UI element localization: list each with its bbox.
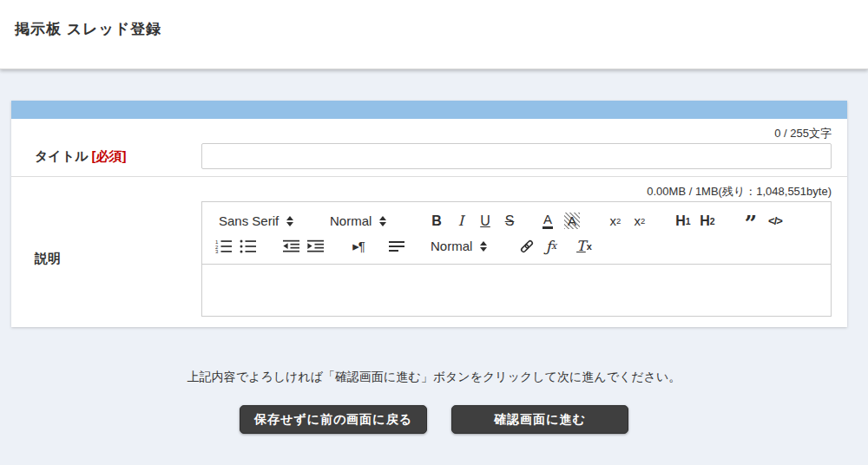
text-color-icon: A [542, 213, 553, 229]
underline-button[interactable]: U [473, 210, 497, 232]
code-icon: </> [768, 214, 782, 227]
subscript-button[interactable]: x2 [603, 210, 628, 232]
page-header: 掲示板 スレッド登録 [0, 0, 868, 69]
description-label: 説明 [27, 251, 201, 267]
format-select[interactable]: Normal [423, 235, 506, 258]
title-label: タイトル[必須] [27, 148, 201, 165]
header1-button[interactable]: H1 [671, 210, 695, 232]
paragraph-icon: ▸¶ [352, 239, 365, 254]
toolbar-row-2: 123 [211, 233, 822, 259]
toolbar-row-1: Sans Serif Normal B I U [211, 208, 822, 233]
instruction-text: 上記内容でよろしければ「確認画面に進む」ボタンをクリックして次に進んでください。 [0, 370, 868, 385]
chevron-updown-icon [480, 241, 487, 252]
align-select[interactable] [385, 235, 409, 258]
bullet-list-icon [240, 239, 256, 253]
indent-button[interactable] [303, 235, 327, 258]
font-select[interactable]: Sans Serif [211, 210, 308, 232]
link-button[interactable] [515, 235, 539, 258]
proceed-confirm-button[interactable]: 確認画面に進む [451, 405, 628, 434]
title-char-counter: 0 / 255文字 [27, 127, 832, 141]
link-icon [519, 239, 535, 254]
code-block-button[interactable]: </> [763, 210, 787, 232]
chevron-updown-icon [286, 216, 293, 226]
svg-text:3: 3 [215, 249, 219, 253]
clean-format-button[interactable]: Tx [572, 235, 596, 258]
bold-button[interactable]: B [424, 210, 449, 232]
back-button[interactable]: 保存せずに前の画面に戻る [240, 405, 427, 434]
background-color-icon: A [564, 213, 580, 229]
panel-accent-bar [11, 101, 847, 119]
editor-toolbar: Sans Serif Normal B I U [201, 201, 832, 265]
italic-button[interactable]: I [449, 210, 473, 232]
form-panel: 0 / 255文字 タイトル[必須] 0.00MB / 1MB(残り：1,048… [11, 101, 847, 327]
bullet-list-button[interactable] [235, 235, 260, 258]
chevron-updown-icon [379, 216, 386, 226]
outdent-icon [283, 239, 299, 252]
rich-text-editor: Sans Serif Normal B I U [201, 201, 832, 317]
required-badge: [必須] [91, 148, 126, 163]
description-editor-area[interactable] [201, 265, 832, 317]
ordered-list-icon: 123 [215, 239, 232, 253]
superscript-button[interactable]: x2 [628, 210, 652, 232]
action-buttons: 保存せずに前の画面に戻る 確認画面に進む [0, 405, 868, 434]
header2-button[interactable]: H2 [695, 210, 720, 232]
strikethrough-button[interactable]: S [497, 210, 522, 232]
title-input[interactable] [201, 143, 832, 169]
background-color-button[interactable]: A [560, 210, 584, 232]
capacity-counter: 0.00MB / 1MB(残り：1,048,551byte) [27, 185, 832, 199]
quote-icon: ” [745, 219, 757, 228]
description-row: 0.00MB / 1MB(残り：1,048,551byte) 説明 Sans S… [11, 177, 847, 327]
text-color-button[interactable]: A [536, 210, 560, 232]
outdent-button[interactable] [279, 235, 303, 258]
text-direction-button[interactable]: ▸¶ [346, 235, 371, 258]
blockquote-button[interactable]: ” [739, 210, 763, 232]
title-row: 0 / 255文字 タイトル[必須] [11, 119, 847, 177]
main-content: 0 / 255文字 タイトル[必須] 0.00MB / 1MB(残り：1,048… [0, 69, 868, 434]
ordered-list-button[interactable]: 123 [211, 235, 235, 258]
indent-icon [307, 239, 324, 252]
align-icon [389, 240, 404, 252]
page-title: 掲示板 スレッド登録 [0, 0, 868, 39]
formula-button[interactable]: ƒx [539, 235, 563, 258]
size-select[interactable]: Normal [322, 210, 405, 232]
title-label-text: タイトル [35, 148, 88, 163]
